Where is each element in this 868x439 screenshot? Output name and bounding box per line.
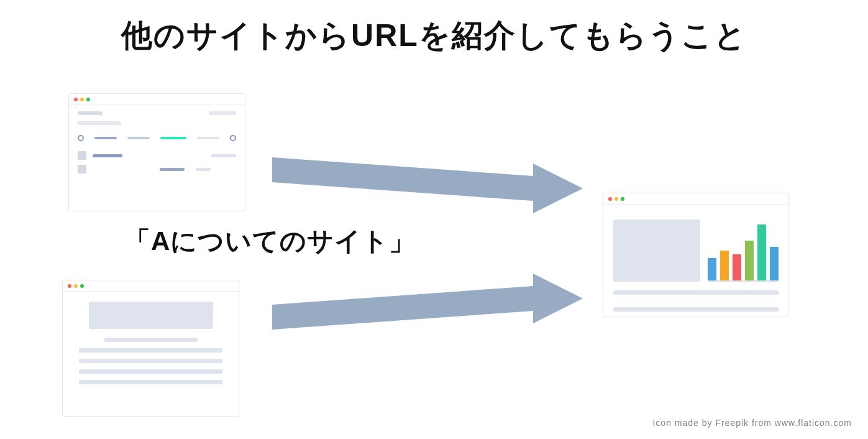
text-line [613, 307, 779, 312]
zoom-icon [80, 284, 84, 288]
caption-subtitle: 「Aについてのサイト」 [124, 224, 416, 259]
close-icon [68, 284, 71, 288]
panel-block [613, 220, 700, 282]
timeline [78, 131, 236, 145]
placeholder-bar [211, 154, 236, 157]
source-site-dashboard [68, 93, 245, 211]
timeline-seg [94, 137, 117, 139]
attribution-text: Icon made by Freepik from www.flaticon.c… [652, 418, 852, 428]
list-item [78, 151, 236, 160]
close-icon [74, 98, 78, 101]
chart-bar [733, 254, 741, 280]
chart-bar [720, 251, 729, 280]
timeline-seg [197, 137, 219, 139]
mock-content [63, 292, 239, 400]
text-line [79, 348, 222, 353]
page-title: 他のサイトからURLを紹介してもらうこと [0, 15, 868, 57]
bar-chart [708, 220, 779, 282]
zoom-icon [86, 98, 90, 101]
text-line [104, 338, 198, 342]
text-line [79, 359, 222, 363]
text-line [79, 369, 222, 374]
arrow-icon [272, 274, 583, 336]
placeholder-bar [93, 154, 122, 157]
svg-marker-1 [272, 274, 583, 330]
chart-bar [708, 258, 716, 280]
target-site-analytics [603, 193, 789, 317]
chart-bar [770, 247, 779, 280]
zoom-icon [621, 197, 624, 201]
placeholder-bar [209, 111, 236, 115]
hero-block [89, 302, 213, 329]
arrow-icon [272, 157, 583, 220]
window-titlebar [63, 280, 239, 292]
timeline-seg [160, 137, 186, 139]
placeholder-bar [78, 111, 103, 115]
svg-marker-0 [272, 157, 583, 213]
mock-content [603, 205, 788, 326]
list-item [78, 165, 236, 173]
thumb-icon [78, 151, 86, 160]
text-line [613, 290, 779, 295]
mock-content [69, 105, 245, 185]
timeline-node-icon [78, 135, 84, 141]
timeline-node-icon [230, 135, 236, 141]
window-titlebar [603, 193, 788, 205]
source-site-article [62, 280, 239, 417]
close-icon [608, 197, 612, 201]
minimize-icon [74, 284, 78, 288]
minimize-icon [614, 197, 618, 201]
chart-bar [757, 224, 766, 280]
placeholder-bar [78, 121, 121, 125]
chart-bar [745, 241, 754, 280]
placeholder-bar [160, 168, 185, 171]
window-titlebar [69, 94, 245, 105]
placeholder-bar [196, 168, 211, 171]
minimize-icon [80, 98, 84, 101]
thumb-icon [78, 165, 86, 173]
text-line [79, 380, 222, 384]
timeline-seg [127, 137, 150, 139]
